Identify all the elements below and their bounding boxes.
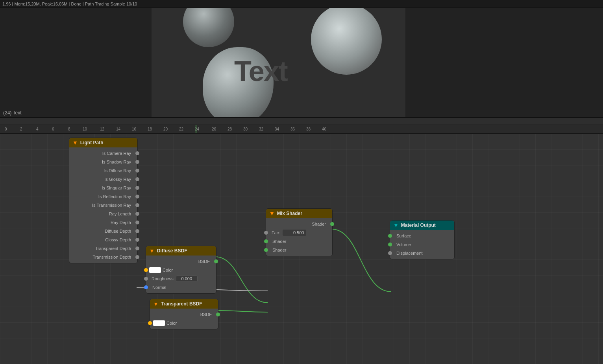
mix-fac-row: Fac:: [266, 228, 332, 237]
diffuse-color-label: Color: [163, 268, 173, 272]
lp-shadow-label: Is Shadow Ray: [72, 160, 134, 164]
mix-fac-input[interactable]: [283, 230, 306, 236]
viewport: Text (24) Text: [0, 8, 603, 118]
lp-ray-length-label: Ray Length: [72, 211, 134, 216]
node-material-output[interactable]: ▼ Material Output Surface Volume Displac…: [390, 220, 455, 259]
node-diffuse-bsdf[interactable]: ▼ Diffuse BSDF BSDF Color Roughness:: [146, 246, 216, 294]
ruler-32: 32: [259, 127, 263, 131]
viewport-label: (24) Text: [3, 110, 21, 116]
lp-glossy-label: Is Glossy Ray: [72, 177, 134, 182]
node-material-output-body: Surface Volume Displacement: [390, 230, 454, 259]
transparent-color-label: Color: [166, 321, 177, 325]
mo-volume-label: Volume: [396, 242, 411, 247]
lp-camera-socket: [135, 151, 139, 155]
ruler-26: 26: [212, 127, 216, 131]
mix-shader1-label: Shader: [272, 239, 286, 244]
lp-row-camera: Is Camera Ray: [69, 149, 137, 158]
diffuse-roughness-input[interactable]: [176, 276, 198, 282]
node-transparent-bsdf[interactable]: ▼ Transparent BSDF BSDF Color: [150, 299, 218, 329]
lp-transparent-depth-socket: [135, 246, 139, 250]
node-diffuse-body: BSDF Color Roughness: Normal: [146, 256, 216, 293]
diffuse-bsdf-output-row: BSDF: [146, 257, 216, 266]
ruler-14: 14: [116, 127, 120, 131]
lp-diffuse-socket: [135, 169, 139, 173]
ruler-16: 16: [132, 127, 136, 131]
ruler-22: 22: [179, 127, 183, 131]
ruler-8: 8: [68, 127, 70, 131]
mo-surface-row: Surface: [390, 232, 454, 240]
node-light-path-title: Light Path: [80, 140, 104, 145]
lp-ray-depth-socket: [135, 221, 139, 224]
node-light-path-header: ▼ Light Path: [69, 138, 137, 147]
node-transparent-body: BSDF Color: [150, 309, 218, 329]
ruler-0: 0: [5, 127, 7, 131]
connection-diffuse-to-mix: [215, 257, 268, 303]
mo-volume-socket: [388, 243, 392, 246]
mix-shader1-socket: [264, 239, 268, 243]
ruler-20: 20: [163, 127, 168, 131]
transparent-bsdf-output-label: BSDF: [153, 312, 215, 317]
material-output-icon: ▼: [393, 222, 399, 228]
connection-transparent-to-mix: [217, 311, 268, 312]
lp-row-transmission-depth: Transmission Depth: [69, 253, 137, 261]
node-transparent-title: Transparent BSDF: [161, 301, 202, 307]
diffuse-roughness-label: Roughness:: [152, 276, 176, 281]
lp-transmission-socket: [135, 203, 139, 207]
playhead[interactable]: [196, 125, 196, 134]
transparent-color-swatch[interactable]: [153, 320, 165, 326]
mix-shader2-row: Shader: [266, 246, 332, 254]
lp-diffuse-depth-socket: [135, 229, 139, 233]
lp-diffuse-depth-label: Diffuse Depth: [72, 229, 134, 233]
node-editor: ▼ Light Path Is Camera Ray Is Shadow Ray…: [0, 134, 603, 364]
ruler-2: 2: [20, 127, 22, 131]
status-text: 1.96 | Mem:15.20M, Peak:16.06M | Done | …: [2, 2, 137, 6]
transparent-color-socket: [148, 321, 152, 325]
lp-row-singular: Is Singular Ray: [69, 184, 137, 192]
render-canvas: Text: [152, 8, 405, 118]
diffuse-normal-label: Normal: [152, 285, 166, 290]
lp-row-shadow: Is Shadow Ray: [69, 158, 137, 166]
node-light-path-body: Is Camera Ray Is Shadow Ray Is Diffuse R…: [69, 147, 137, 263]
connection-mix-to-material: [332, 229, 391, 292]
lp-reflection-socket: [135, 195, 139, 199]
node-material-output-header: ▼ Material Output: [390, 221, 454, 230]
lp-transmission-depth-label: Transmission Depth: [72, 255, 134, 259]
diffuse-normal-socket: [144, 285, 148, 289]
node-mix-shader-body: Shader Fac: Shader Shader: [266, 218, 332, 256]
ruler-10: 10: [83, 127, 87, 131]
mo-surface-label: Surface: [396, 233, 411, 238]
lp-transmission-depth-socket: [135, 255, 139, 259]
diffuse-color-swatch[interactable]: [149, 267, 161, 273]
lp-singular-label: Is Singular Ray: [72, 186, 134, 190]
transparent-bsdf-output-row: BSDF: [150, 310, 218, 319]
node-mix-shader-header: ▼ Mix Shader: [266, 209, 332, 218]
node-light-path[interactable]: ▼ Light Path Is Camera Ray Is Shadow Ray…: [69, 138, 138, 263]
top-bar: 1.96 | Mem:15.20M, Peak:16.06M | Done | …: [0, 0, 603, 8]
ruler-36: 36: [290, 127, 295, 131]
diffuse-roughness-row: Roughness:: [146, 274, 216, 283]
render-sphere-1: [183, 8, 234, 47]
lp-row-ray-length: Ray Length: [69, 210, 137, 218]
node-mix-shader-title: Mix Shader: [277, 211, 302, 216]
mix-fac-socket: [264, 231, 268, 235]
lp-row-transparent-depth: Transparent Depth: [69, 244, 137, 253]
lp-glossy-depth-label: Glossy Depth: [72, 237, 134, 242]
lp-transmission-label: Is Transmission Ray: [72, 203, 134, 208]
node-mix-shader[interactable]: ▼ Mix Shader Shader Fac: Shader: [266, 208, 333, 256]
lp-ray-depth-label: Ray Depth: [72, 220, 134, 225]
node-diffuse-title: Diffuse BSDF: [157, 248, 187, 254]
ruler-18: 18: [148, 127, 152, 131]
timeline[interactable]: 0 2 4 6 8 10 12 14 16 18 20 22 24 26 28 …: [0, 118, 603, 134]
lp-diffuse-label: Is Diffuse Ray: [72, 168, 134, 173]
transparent-icon: ▼: [153, 301, 159, 307]
lp-camera-label: Is Camera Ray: [72, 151, 134, 156]
light-path-icon: ▼: [72, 140, 78, 146]
mix-output-label: Shader: [269, 222, 329, 226]
lp-glossy-socket: [135, 177, 139, 181]
mo-displacement-socket: [388, 251, 392, 255]
lp-row-glossy-depth: Glossy Depth: [69, 235, 137, 244]
render-sphere-2: [311, 8, 382, 75]
lp-singular-socket: [135, 186, 139, 190]
mo-surface-socket: [388, 234, 392, 238]
ruler-4: 4: [36, 127, 39, 131]
